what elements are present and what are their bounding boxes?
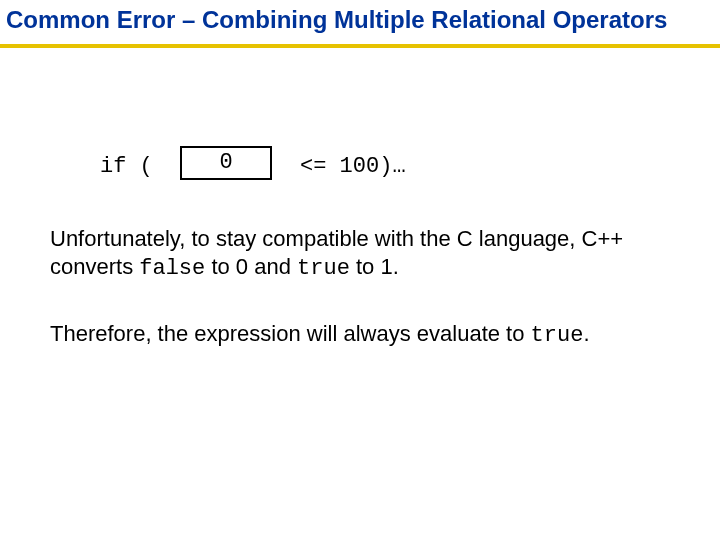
code-if-open: if ( (100, 154, 153, 179)
slide: Common Error – Combining Multiple Relati… (0, 0, 720, 540)
p1-text-b: to 0 and (205, 254, 297, 279)
code-boxed-zero: 0 (180, 146, 272, 180)
paragraph-2: Therefore, the expression will always ev… (50, 320, 670, 350)
code-example: if ( 0 <= 100)… (100, 140, 620, 188)
keyword-false: false (139, 256, 205, 281)
p2-text-b: . (583, 321, 589, 346)
keyword-true-2: true (531, 323, 584, 348)
p2-text-a: Therefore, the expression will always ev… (50, 321, 531, 346)
page-title: Common Error – Combining Multiple Relati… (6, 6, 714, 35)
keyword-true: true (297, 256, 350, 281)
paragraph-1: Unfortunately, to stay compatible with t… (50, 225, 670, 283)
p1-text-c: to 1. (350, 254, 399, 279)
title-underline (0, 44, 720, 48)
code-tail: <= 100)… (300, 154, 406, 179)
